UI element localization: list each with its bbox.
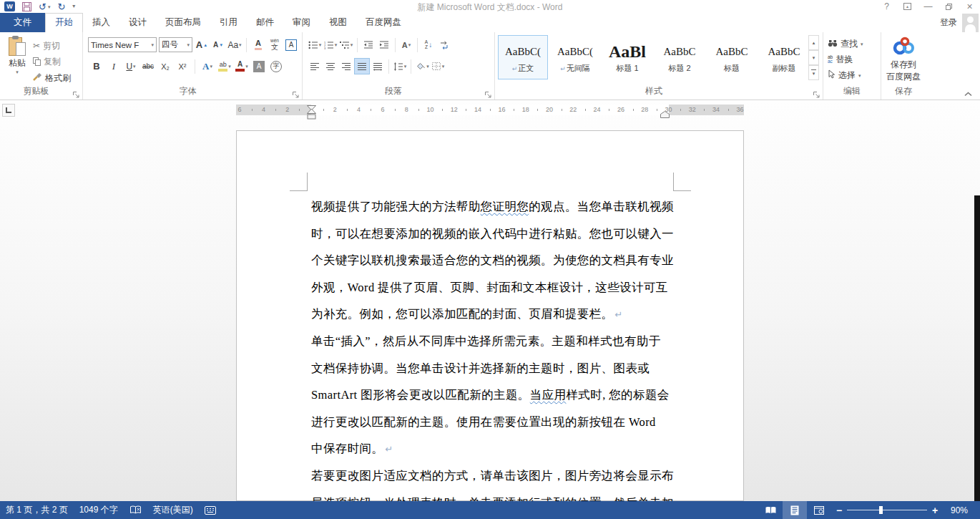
align-left-button[interactable] <box>308 59 322 74</box>
tab-插入[interactable]: 插入 <box>83 13 119 32</box>
style-标题[interactable]: AaBbC标题 <box>707 35 757 79</box>
numbering-button[interactable]: 123▾ <box>323 37 338 52</box>
right-indent-marker[interactable] <box>660 108 670 121</box>
align-right-button[interactable] <box>339 59 353 74</box>
font-color-button[interactable]: A▾ <box>235 59 249 74</box>
style-标题 1[interactable]: AaBl标题 1 <box>602 35 652 79</box>
dialog-launcher-icon[interactable] <box>485 89 492 96</box>
document-page[interactable]: 视频提供了功能强大的方法帮助您证明您的观点。当您单击联机视频时，可以在想要添加的… <box>236 130 744 501</box>
zoom-in-button[interactable]: + <box>927 505 943 516</box>
zoom-out-button[interactable]: − <box>831 505 847 516</box>
style-scroll-up-button[interactable]: ▴ <box>808 35 819 50</box>
grow-font-button[interactable]: A▲ <box>195 37 209 52</box>
shading-button[interactable]: ▾ <box>415 59 429 74</box>
document-line[interactable]: 视频提供了功能强大的方法帮助您证明您的观点。当您单击联机视频 <box>311 199 671 215</box>
style-无间隔[interactable]: AaBbC(↵无间隔 <box>550 35 600 79</box>
zoom-slider[interactable] <box>847 501 927 519</box>
document-line[interactable]: 中保存时间。↵ <box>311 441 671 457</box>
sign-in-label[interactable]: 登录 <box>940 16 957 29</box>
tab-文件[interactable]: 文件 <box>0 13 45 32</box>
cut-button[interactable]: ✂ 剪切 <box>33 39 60 52</box>
tab-设计[interactable]: 设计 <box>119 13 156 32</box>
font-size-combo[interactable]: 四号▾ <box>159 37 192 52</box>
style-scroll-down-button[interactable]: ▾ <box>808 50 819 65</box>
document-line[interactable]: 时，可以在想要添加的视频的嵌入代码中进行粘贴。您也可以键入一 <box>311 226 671 242</box>
help-button[interactable]: ? <box>876 0 897 13</box>
font-name-combo[interactable]: Times New F▾ <box>88 37 157 52</box>
zoom-slider-thumb[interactable] <box>879 506 883 514</box>
proofing-status-button[interactable] <box>129 505 142 515</box>
document-line[interactable]: 进行更改以匹配新的主题。使用在需要位置出现的新按钮在 Word <box>311 414 671 430</box>
bullets-button[interactable]: ▾ <box>308 37 322 52</box>
language-status[interactable]: 英语(美国) <box>153 504 193 516</box>
tab-引用[interactable]: 引用 <box>210 13 247 32</box>
read-mode-button[interactable] <box>758 501 783 519</box>
document-line[interactable]: 若要更改图片适应文档的方式，请单击该图片，图片旁边将会显示布 <box>311 468 671 484</box>
borders-button[interactable]: ▾ <box>431 59 445 74</box>
sign-in-area[interactable]: 登录 <box>940 13 979 32</box>
multilevel-list-button[interactable]: ▾ <box>339 37 353 52</box>
align-center-button[interactable] <box>323 59 338 74</box>
document-line[interactable]: 外观，Word 提供了页眉、页脚、封面和文本框设计，这些设计可互 <box>311 280 671 296</box>
increase-indent-button[interactable] <box>377 37 391 52</box>
dialog-launcher-icon[interactable] <box>73 89 80 96</box>
user-avatar-icon[interactable] <box>962 14 979 32</box>
find-button[interactable]: 查找 ▾ <box>828 37 863 50</box>
paste-button[interactable]: 粘贴 ▾ <box>4 36 30 92</box>
save-to-baidu-button[interactable]: 保存到 百度网盘 <box>881 36 926 83</box>
shrink-font-button[interactable]: A▼ <box>211 37 225 52</box>
strikethrough-button[interactable]: abc <box>141 59 155 74</box>
document-line[interactable]: 个关键字以联机搜索最适合您的文档的视频。为使您的文档具有专业 <box>311 253 671 268</box>
select-button[interactable]: 选择 ▾ <box>828 69 861 82</box>
minimize-button[interactable]: — <box>918 0 939 13</box>
ribbon-display-options-button[interactable]: ▴ <box>897 0 918 13</box>
hanging-indent-marker[interactable] <box>307 109 316 122</box>
style-标题 2[interactable]: AaBbC标题 2 <box>655 35 705 79</box>
text-effects-button[interactable]: A▾ <box>200 59 215 74</box>
tab-邮件[interactable]: 邮件 <box>247 13 283 32</box>
dialog-launcher-icon[interactable] <box>813 89 820 96</box>
highlight-color-button[interactable]: ab▾ <box>217 59 232 74</box>
clear-formatting-button[interactable]: A <box>251 37 265 52</box>
distribute-button[interactable] <box>371 59 385 74</box>
style-gallery-more-button[interactable]: ▾ <box>808 65 819 80</box>
style-副标题[interactable]: AaBbC副标题 <box>759 35 809 79</box>
character-border-button[interactable]: A <box>284 37 298 52</box>
show-hide-marks-button[interactable] <box>437 37 451 52</box>
change-case-button[interactable]: Aa▾ <box>227 37 242 52</box>
subscript-button[interactable]: X₂ <box>158 59 172 74</box>
sort-button[interactable]: AZ↓ <box>421 37 436 52</box>
line-spacing-button[interactable]: ▾ <box>393 59 407 74</box>
justify-button[interactable] <box>355 59 369 74</box>
underline-button[interactable]: U▾ <box>124 59 138 74</box>
web-layout-button[interactable] <box>807 501 831 519</box>
replace-button[interactable]: abac 替换 <box>828 53 853 66</box>
word-count-status[interactable]: 1049 个字 <box>79 504 118 516</box>
document-line[interactable]: 文档保持协调。当您单击设计并选择新的主题时，图片、图表或 <box>311 361 671 377</box>
page-number-status[interactable]: 第 1 页，共 2 页 <box>6 504 68 516</box>
bold-button[interactable]: B <box>89 59 104 74</box>
asian-layout-button[interactable]: A▾ <box>399 37 413 52</box>
phonetic-guide-button[interactable]: wén文 <box>268 37 282 52</box>
format-painter-button[interactable]: 格式刷 <box>33 72 71 84</box>
close-button[interactable]: × <box>959 0 980 13</box>
decrease-indent-button[interactable] <box>361 37 376 52</box>
tab-百度网盘[interactable]: 百度网盘 <box>356 13 411 32</box>
ime-status-button[interactable] <box>205 506 216 515</box>
italic-button[interactable]: I <box>107 59 121 74</box>
zoom-level[interactable]: 90% <box>943 505 976 515</box>
dialog-launcher-icon[interactable] <box>293 89 300 96</box>
tab-页面布局[interactable]: 页面布局 <box>156 13 210 32</box>
document-line[interactable]: 为补充。例如，您可以添加匹配的封面、页眉和提要栏。↵ <box>311 306 671 322</box>
copy-button[interactable]: 复制 <box>33 55 61 68</box>
restore-button[interactable] <box>939 0 959 13</box>
enclose-characters-button[interactable]: 字 <box>269 59 283 74</box>
character-shading-button[interactable]: A <box>252 59 266 74</box>
document-line[interactable]: SmartArt 图形将会更改以匹配新的主题。当应用样式时, 您的标题会 <box>311 387 671 403</box>
tab-审阅[interactable]: 审阅 <box>283 13 320 32</box>
collapse-ribbon-button[interactable] <box>964 87 972 100</box>
document-line[interactable]: 单击“插入”，然后从不同库中选择所需元素。主题和样式也有助于 <box>311 334 671 349</box>
tab-视图[interactable]: 视图 <box>320 13 356 32</box>
style-正文[interactable]: AaBbC(↵正文 <box>498 35 548 79</box>
print-layout-button[interactable] <box>783 501 807 519</box>
